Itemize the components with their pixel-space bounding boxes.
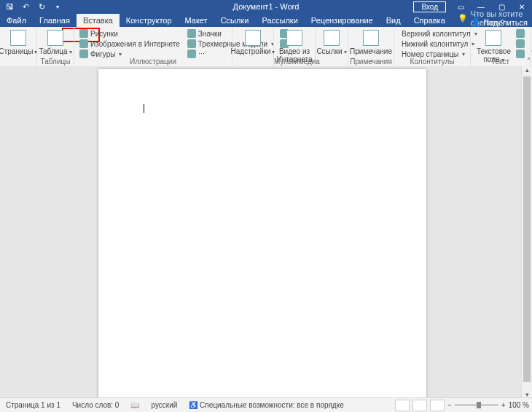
tab-insert[interactable]: Вставка — [77, 14, 120, 27]
table-button[interactable]: Таблица — [36, 28, 74, 58]
signin-button[interactable]: Вход — [413, 1, 446, 12]
share-icon: 👤 — [471, 17, 481, 27]
links-icon — [324, 30, 340, 46]
addins-icon — [245, 30, 261, 46]
accessibility-status[interactable]: ♿ Специальные возможности: все в порядке — [183, 401, 349, 409]
pictures-button[interactable]: Рисунки — [77, 28, 182, 39]
document-workspace: ▴ ▾ — [0, 66, 532, 398]
share-button[interactable]: 👤 Поделиться — [471, 17, 528, 27]
tab-review[interactable]: Рецензирование — [305, 14, 380, 27]
group-comments-label: Примечания — [348, 58, 394, 66]
ribbon-tabs: Файл Главная Вставка Конструктор Макет С… — [0, 13, 532, 27]
pictures-icon — [79, 29, 88, 38]
tab-help[interactable]: Справка — [407, 14, 452, 27]
tab-references[interactable]: Ссылки — [214, 14, 256, 27]
zoom-slider[interactable] — [455, 404, 498, 406]
group-media-label: Мультимедиа — [274, 58, 315, 66]
comment-button[interactable]: Примечание — [347, 28, 395, 57]
save-icon[interactable]: 🖫 — [4, 1, 15, 12]
video-icon — [286, 30, 302, 46]
scrollbar-thumb[interactable] — [523, 76, 531, 382]
document-title: Документ1 - Word — [233, 2, 300, 11]
read-mode-icon[interactable] — [395, 400, 410, 411]
zoom-out-icon[interactable]: − — [447, 401, 452, 409]
pages-button[interactable]: Страницы — [0, 28, 40, 58]
3d-models-icon — [187, 39, 196, 48]
online-images-icon — [79, 39, 88, 48]
print-layout-icon[interactable] — [412, 400, 427, 411]
pages-icon — [10, 30, 26, 46]
accessibility-icon: ♿ — [189, 401, 197, 409]
zoom-level[interactable]: 100 % — [509, 401, 529, 409]
tab-mailings[interactable]: Рассылки — [255, 14, 304, 27]
links-label: Ссылки — [316, 47, 346, 56]
page-count[interactable]: Страница 1 из 1 — [0, 401, 66, 409]
tab-home[interactable]: Главная — [33, 14, 77, 27]
undo-icon[interactable]: ↶ — [20, 1, 31, 12]
table-icon — [47, 30, 63, 46]
group-links: Ссылки — [316, 27, 348, 66]
quick-parts-icon — [516, 29, 525, 38]
spell-check-icon[interactable]: 📖 — [125, 401, 145, 409]
footer-button[interactable]: Нижний колонтитул — [397, 39, 467, 49]
group-illustrations-label: Иллюстрации — [74, 58, 232, 66]
language-status[interactable]: русский — [145, 401, 183, 409]
group-tables: Таблица Таблицы — [37, 27, 74, 66]
page-number-label: Номер страницы — [402, 50, 458, 58]
group-header-footer: Верхний колонтитул Нижний колонтитул Ном… — [394, 27, 471, 66]
ribbon-collapse-icon[interactable]: ˄ — [527, 57, 531, 65]
group-illustrations: Рисунки Изображения в Интернете Фигуры З… — [74, 27, 232, 66]
word-count[interactable]: Число слов: 0 — [66, 401, 125, 409]
share-label: Поделиться — [483, 18, 528, 27]
group-tables-label: Таблицы — [37, 58, 74, 66]
tab-file[interactable]: Файл — [0, 14, 33, 27]
accessibility-label: Специальные возможности: все в порядке — [200, 401, 344, 409]
comment-label: Примечание — [350, 47, 392, 55]
web-layout-icon[interactable] — [430, 400, 445, 411]
text-cursor — [144, 104, 144, 113]
quick-parts-button[interactable] — [514, 28, 527, 39]
icons-label: Значки — [198, 30, 222, 38]
document-page[interactable] — [98, 69, 426, 398]
group-text: Текстовое поле Текст — [471, 27, 531, 66]
header-button[interactable]: Верхний колонтитул — [397, 28, 467, 39]
qat-customize-icon[interactable]: ▾ — [52, 1, 63, 12]
lightbulb-icon: 💡 — [458, 14, 468, 23]
status-right: − + 100 % — [395, 400, 529, 411]
vertical-scrollbar[interactable]: ▴ ▾ — [521, 66, 532, 398]
zoom-in-icon[interactable]: + — [501, 401, 506, 409]
online-images-button[interactable]: Изображения в Интернете — [77, 39, 182, 49]
status-bar: Страница 1 из 1 Число слов: 0 📖 русский … — [0, 397, 532, 412]
links-button[interactable]: Ссылки — [313, 28, 349, 58]
pages-label: Страницы — [0, 47, 37, 56]
icons-icon — [187, 29, 196, 38]
footer-label: Нижний колонтитул — [402, 40, 468, 48]
shapes-label: Фигуры — [90, 50, 115, 58]
ribbon: Страницы Таблица Таблицы Рисунки Изображ… — [0, 27, 532, 67]
tab-layout[interactable]: Макет — [179, 14, 214, 27]
tab-view[interactable]: Вид — [380, 14, 407, 27]
addins-button[interactable]: Надстройки — [228, 28, 278, 58]
online-images-label: Изображения в Интернете — [90, 40, 180, 48]
scroll-up-icon[interactable]: ▴ — [522, 66, 532, 74]
tab-design[interactable]: Конструктор — [120, 14, 179, 27]
group-addins: Надстройки — [232, 27, 274, 66]
symbols-button[interactable]: Ω Символы — [528, 28, 532, 58]
group-pages: Страницы — [0, 27, 37, 66]
textbox-icon — [485, 30, 501, 46]
group-media: Видео из Интернета Мультимедиа — [274, 27, 316, 66]
header-label: Верхний колонтитул — [402, 30, 471, 38]
group-comments: Примечание Примечания — [348, 27, 394, 66]
table-label: Таблица — [39, 47, 71, 56]
addins-label: Надстройки — [231, 47, 275, 56]
group-text-label: Текст — [471, 58, 530, 66]
pictures-label: Рисунки — [90, 30, 118, 38]
comment-icon — [363, 30, 379, 46]
quick-access-toolbar: 🖫 ↶ ↻ ▾ — [0, 1, 63, 12]
redo-icon[interactable]: ↻ — [36, 1, 47, 12]
group-hf-label: Колонтитулы — [394, 58, 470, 66]
wordart-icon — [516, 39, 525, 48]
wordart-button[interactable] — [514, 39, 527, 49]
